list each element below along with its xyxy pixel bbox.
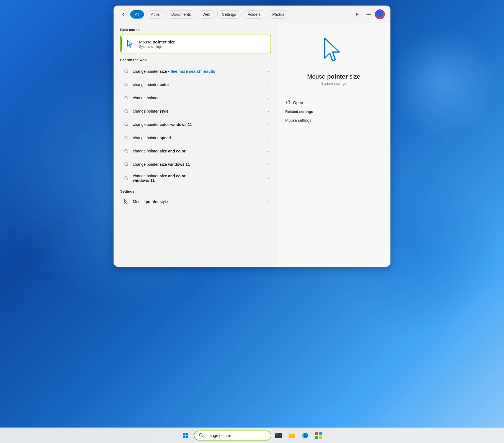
best-match-text: Mouse pointer size System settings — [139, 40, 266, 49]
search-item-0[interactable]: change pointer size - See more search re… — [120, 65, 271, 78]
taskbar-search-icon — [199, 433, 203, 438]
nav-pill-web[interactable]: Web — [198, 10, 215, 19]
back-button[interactable] — [119, 10, 128, 19]
best-match-subtitle: System settings — [139, 45, 266, 49]
result-icon-large — [317, 34, 350, 68]
right-panel: Mouse pointer size System settings Open … — [277, 23, 390, 267]
search-item-chevron-5: › — [268, 136, 269, 139]
svg-rect-23 — [186, 436, 189, 438]
left-panel: Best match Mouse pointer size System set… — [114, 23, 277, 267]
best-match-chevron-icon: › — [266, 42, 267, 46]
search-item-text-1: change pointer color — [133, 82, 265, 87]
search-web-section-title: Search the web — [120, 58, 271, 62]
nav-pill-all[interactable]: All — [130, 10, 144, 19]
taskbar — [0, 428, 504, 443]
svg-rect-34 — [315, 436, 318, 439]
svg-rect-20 — [183, 433, 186, 436]
search-item-chevron-3: › — [268, 110, 269, 113]
svg-line-25 — [202, 436, 203, 437]
related-settings-title: Related settings — [285, 110, 382, 114]
best-match-item[interactable]: Mouse pointer size System settings › — [120, 35, 271, 53]
search-item-chevron-4: › — [268, 123, 269, 126]
svg-line-9 — [127, 112, 128, 113]
best-match-icon — [125, 38, 136, 50]
result-title: Mouse pointer size — [307, 73, 360, 80]
search-item-2[interactable]: change pointer › — [120, 91, 271, 105]
svg-line-11 — [127, 125, 128, 126]
search-item-7[interactable]: change pointer size windows 11 › — [120, 158, 271, 171]
search-item-chevron-6: › — [268, 149, 269, 153]
more-button[interactable]: ••• — [364, 10, 373, 19]
search-item-5[interactable]: change pointer speed › — [120, 131, 271, 144]
svg-rect-27 — [275, 433, 278, 435]
svg-line-7 — [127, 99, 128, 100]
search-item-6[interactable]: change pointer size and color › — [120, 144, 271, 158]
svg-rect-28 — [276, 436, 281, 436]
search-item-chevron-2: › — [268, 96, 269, 100]
result-subtitle: System settings — [321, 81, 346, 86]
svg-point-1 — [377, 12, 383, 17]
related-link-0[interactable]: Mouse settings — [285, 116, 382, 125]
taskbar-search-box[interactable] — [194, 431, 271, 441]
svg-rect-35 — [319, 436, 322, 439]
taskbar-app-store[interactable] — [312, 429, 325, 442]
result-divider — [285, 91, 382, 91]
copilot-button[interactable] — [375, 9, 385, 19]
settings-item-0[interactable]: Mouse pointer style › — [120, 195, 271, 208]
open-external-icon — [285, 100, 291, 105]
nav-pill-settings[interactable]: Settings — [217, 10, 241, 19]
best-match-section-title: Best match — [120, 28, 271, 32]
nav-bar: All Apps Documents Web Settings Folders … — [114, 6, 390, 23]
search-item-1[interactable]: change pointer color › — [120, 78, 271, 91]
taskbar-app-file-explorer[interactable] — [286, 429, 298, 442]
svg-line-19 — [127, 179, 128, 180]
svg-marker-0 — [356, 13, 359, 16]
search-item-chevron-8: › — [268, 177, 269, 180]
settings-item-text-0: Mouse pointer style — [133, 200, 265, 204]
search-item-text-2: change pointer — [133, 96, 265, 100]
search-item-text-3: change pointer style — [133, 109, 265, 113]
taskbar-center — [179, 429, 325, 442]
search-item-chevron-7: › — [268, 163, 269, 166]
search-item-chevron-0: › — [268, 70, 269, 73]
search-item-text-8: change pointer size and colorwindows 11 — [133, 174, 265, 183]
search-icon-7 — [122, 160, 130, 168]
search-icon-0 — [122, 68, 130, 75]
search-item-4[interactable]: change pointer color windows 11 › — [120, 118, 271, 131]
search-item-8[interactable]: change pointer size and colorwindows 11 … — [120, 171, 271, 185]
search-icon-4 — [122, 121, 130, 128]
svg-line-17 — [127, 165, 128, 166]
nav-pill-folders[interactable]: Folders — [243, 10, 265, 19]
open-button[interactable]: Open — [285, 97, 382, 108]
play-button[interactable] — [353, 10, 362, 19]
open-label: Open — [293, 100, 303, 105]
settings-item-icon-0 — [122, 198, 130, 206]
nav-pill-apps[interactable]: Apps — [146, 10, 164, 19]
settings-section-title: Settings — [120, 189, 271, 193]
main-content: Best match Mouse pointer size System set… — [114, 23, 390, 267]
search-item-3[interactable]: change pointer style › — [120, 105, 271, 118]
nav-pill-documents[interactable]: Documents — [166, 10, 196, 19]
svg-line-15 — [127, 152, 128, 153]
taskbar-app-explorer-dark[interactable] — [272, 429, 285, 442]
search-icon-6 — [122, 147, 130, 155]
windows-button[interactable] — [179, 429, 192, 442]
search-icon-3 — [122, 107, 130, 115]
search-icon-2 — [122, 94, 130, 102]
svg-line-5 — [127, 86, 128, 87]
taskbar-search-input[interactable] — [205, 433, 266, 438]
search-item-text-7: change pointer size windows 11 — [133, 162, 265, 167]
taskbar-app-edge[interactable] — [299, 429, 311, 442]
nav-pill-photos[interactable]: Photos — [268, 10, 289, 19]
search-item-text-5: change pointer speed — [133, 136, 265, 140]
search-item-text-6: change pointer size and color — [133, 149, 265, 153]
svg-line-13 — [127, 139, 128, 140]
search-item-text-4: change pointer color windows 11 — [133, 122, 265, 127]
search-icon-8 — [122, 174, 130, 182]
svg-rect-32 — [315, 432, 318, 435]
search-item-text-0: change pointer size - See more search re… — [133, 69, 265, 74]
search-icon-1 — [122, 81, 130, 89]
svg-rect-33 — [319, 432, 322, 435]
search-panel: All Apps Documents Web Settings Folders … — [114, 6, 390, 267]
best-match-title: Mouse pointer size — [139, 40, 266, 44]
